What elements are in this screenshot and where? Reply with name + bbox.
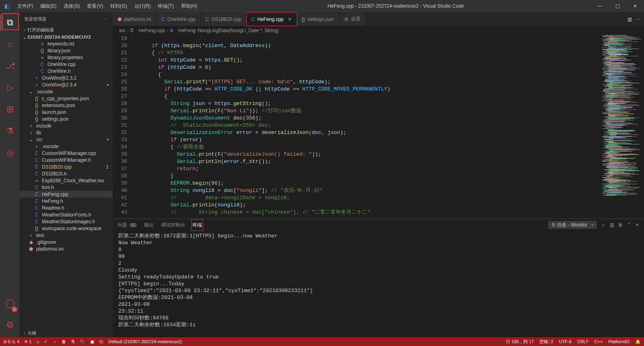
tree-file[interactable]: ◆.gitignore [19,239,113,245]
panel-tab-output[interactable]: 输出 [144,220,154,230]
panel-maximize-icon[interactable]: ⌃ [627,222,631,228]
maximize-button[interactable]: ▢ [609,0,626,12]
tree-file[interactable]: ⬢platformio.ini [19,245,113,252]
menu-item[interactable]: 文件(F) [14,1,36,11]
file-icon: C [33,198,40,204]
tree-folder[interactable]: ⌄src● [19,136,113,143]
close-button[interactable]: ✕ [626,0,644,12]
accounts-icon[interactable]: ◯1 [0,295,20,311]
status-ports[interactable]: ✕ 1 [24,339,31,344]
tree-folder[interactable]: ›OneWire@2.3.2 [19,74,113,81]
editor-tab[interactable]: ⬢platformio.ini [113,12,157,26]
tree-file[interactable]: {}workspace.code-workspace [19,225,113,232]
breadcrumbs[interactable]: src› C HeFeng.cpp› ⊕ HeFeng::NongLingDat… [113,26,644,35]
split-editor-icon[interactable]: ▥ [627,16,632,22]
panel-tab-terminal[interactable]: 终端 [192,220,202,230]
editor-tab[interactable]: COneWire.cpp [157,12,201,26]
tree-file[interactable]: CDS18B20.cpp1 [19,163,113,170]
tree-file[interactable]: ●library.properties [19,54,113,61]
status-icon-folder[interactable]: 🗀 [99,339,103,344]
status-language[interactable]: C++ [594,339,603,344]
tree-folder[interactable]: ›test [19,232,113,239]
tab-close-icon[interactable]: ✕ [288,16,292,22]
editor-tab[interactable]: CDS18B20.cpp [201,12,247,26]
panel-close-icon[interactable]: ✕ [635,222,639,228]
editor-tab[interactable]: {}settings.json [297,12,340,26]
status-encoding[interactable]: UTF-8 [559,339,572,344]
tree-file[interactable]: {}c_cpp_properties.json [19,95,113,102]
tree-file[interactable]: ∞Esp8266_Clock_Weather.ino [19,177,113,184]
menu-item[interactable]: 查看(V) [84,1,106,11]
tree-file[interactable]: CDS18B20.h [19,170,113,177]
open-editors-section[interactable]: ›打开的编辑器 [19,26,113,34]
status-icon-flask[interactable]: ⚗ [71,339,75,344]
status-spaces[interactable]: 空格: 2 [539,339,553,345]
tree-folder[interactable]: ›.vscode [19,143,113,150]
status-env[interactable]: Default (210307-202724-nodemcuv2) [108,339,182,344]
minimize-button[interactable]: — [591,0,609,12]
minimap[interactable] [600,35,644,218]
tree-file[interactable]: ≡keywords.txt [19,40,113,47]
tree-file[interactable]: CWeatherStationFonts.h [19,211,113,218]
menu-item[interactable]: 终端(T) [155,1,177,11]
menu-item[interactable]: 运行(R) [131,1,154,11]
explorer-icon[interactable]: ⧉ [0,14,20,31]
code-editor[interactable]: 19 20 21 22 23 24 25 26 27 28 29 30 31 3… [113,35,644,218]
status-icon-check[interactable]: ✓ [44,339,47,344]
extensions-icon[interactable]: ⊞ [0,101,20,117]
status-icon-home[interactable]: ⌂ [37,339,39,344]
run-debug-icon[interactable]: ▷ [0,80,20,96]
tree-file[interactable]: {}launch.json [19,109,113,115]
tree-file[interactable]: CHeFeng.h [19,198,113,204]
new-terminal-icon[interactable]: ＋ [601,222,606,229]
editor-tab[interactable]: CHeFeng.cpp✕ [246,12,297,26]
tree-file[interactable]: CCustomWiFiManager.h [19,157,113,163]
panel-tab-problems[interactable]: 问题4 [118,220,137,230]
tree-folder[interactable]: ⌄.vscode [19,88,113,95]
status-icon-arrow[interactable]: → [52,339,57,344]
test-icon[interactable]: ⚗ [0,123,20,139]
status-ln-col[interactable]: 行 105，列 17 [506,339,534,345]
status-eol[interactable]: CRLF [577,339,589,344]
status-icon-terminal[interactable]: ▣ [90,339,94,344]
terminal-output[interactable]: 距第二天剩余秒数:1672星期:1[HTTPS] begin...now Wea… [113,231,644,337]
tree-file[interactable]: CHeFeng.cpp [19,191,113,198]
project-section[interactable]: ⌄210307-202724-NODEMCUV2 [19,34,113,40]
tree-label: CustomWiFiManager.cpp [42,150,96,156]
status-platformio[interactable]: PlatformIO [608,339,630,344]
tree-file[interactable]: {}settings.json [19,115,113,122]
sidebar-more-icon[interactable]: ⋯ [103,16,108,22]
kill-terminal-icon[interactable]: 🗑 [618,222,623,228]
tree-folder[interactable]: ›OneWire@2.3.4● [19,81,113,88]
menu-item[interactable]: 选择(S) [60,1,83,11]
tree-file[interactable]: {}extensions.json [19,102,113,109]
status-bell-icon[interactable]: 🔔 [635,339,641,344]
tab-more-icon[interactable]: ⋯ [636,16,641,22]
source-control-icon[interactable]: ⎇ [0,58,20,74]
settings-gear-icon[interactable]: ⚙ [0,317,20,333]
tree-folder[interactable]: ›lib [19,129,113,136]
outline-section[interactable]: ›大纲 [19,330,113,337]
menu-item[interactable]: 编辑(E) [37,1,60,11]
tree-file[interactable]: COneWire.cpp [19,61,113,68]
tree-file[interactable]: CReadme.h [19,204,113,211]
file-icon: C [33,150,40,156]
tree-file[interactable]: COneWire.h [19,68,113,74]
tree-file[interactable]: Cfont.h [19,184,113,191]
tree-file[interactable]: CCustomWiFiManager.cpp [19,150,113,157]
menu-item[interactable]: 转到(G) [107,1,130,11]
tree-file[interactable]: {}library.json [19,47,113,54]
status-icon-plug[interactable]: 🔌 [80,339,85,344]
tree-folder[interactable]: ›include [19,122,113,129]
search-icon[interactable]: ⌕ [0,36,20,52]
terminal-selector[interactable]: 5: 任务 - Monitor [548,221,597,229]
code-content[interactable]: if (https.begin(*client, DateAddress)) {… [133,35,600,218]
tree-file[interactable]: CWeatherStationImages.h [19,218,113,225]
panel-tab-debug[interactable]: 调试控制台 [161,220,185,230]
platformio-icon[interactable]: ◎ [0,145,20,161]
split-terminal-icon[interactable]: ▥ [610,222,614,228]
menu-item[interactable]: 帮助(H) [178,1,201,11]
status-icon-trash[interactable]: 🗑 [62,339,66,344]
status-problems[interactable]: ⊘ 0 ⚠ 4 [3,339,19,344]
editor-tab[interactable]: ⚙设置 [339,12,366,26]
